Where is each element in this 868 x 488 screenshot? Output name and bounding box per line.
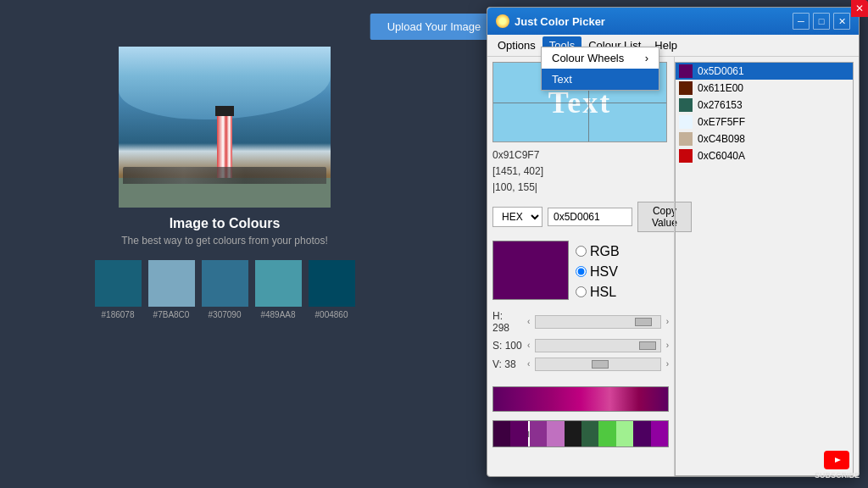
tools-dropdown: Colour Wheels › Text (541, 47, 659, 91)
palette-cell-1[interactable] (493, 421, 510, 446)
h-decrease[interactable]: ‹ (527, 317, 530, 326)
browser-close-button[interactable]: ✕ (851, 0, 868, 17)
palette-cell-5[interactable] (565, 421, 581, 446)
v-track[interactable] (535, 358, 660, 371)
hex-row: HEX Copy Value (492, 202, 669, 232)
main-content: Text 0x91C9F7 [1451, 402] |100, 155| HEX… (487, 57, 859, 476)
photo-image (119, 47, 331, 208)
s-thumb[interactable] (639, 341, 656, 350)
color-swatch-5 (679, 132, 693, 146)
dropdown-text[interactable]: Text (542, 69, 659, 90)
h-track[interactable] (535, 315, 660, 329)
coordinates: [1451, 402] (492, 164, 669, 180)
h-increase[interactable]: › (666, 317, 669, 326)
maximize-button[interactable]: □ (813, 13, 830, 30)
color-swatches: #186078 #7BA8C0 #307090 #489AA8 #004860 (119, 260, 331, 319)
h-thumb[interactable] (635, 318, 652, 326)
radio-rgb[interactable]: RGB (576, 244, 620, 259)
s-slider-row: S: 100 ‹ › (492, 339, 669, 352)
color-swatch-3 (679, 98, 693, 112)
color-info: 0x91C9F7 [1451, 402] |100, 155| (492, 147, 669, 197)
color-list[interactable]: 0x5D0061 0x611E00 0x276153 0xE7F5FF 0xC4… (675, 62, 854, 476)
v-increase[interactable]: › (666, 359, 669, 369)
size-info: |100, 155| (492, 180, 669, 196)
swatch-4[interactable]: #489AA8 (255, 260, 302, 319)
color-preview-box (492, 241, 569, 300)
swatch-5[interactable]: #004860 (309, 260, 355, 319)
swatch-3[interactable]: #307090 (202, 260, 248, 319)
image-title: Image to Colours (119, 216, 331, 231)
svg-marker-0 (835, 458, 841, 463)
s-track[interactable] (535, 339, 660, 352)
v-thumb[interactable] (592, 360, 609, 369)
v-slider-row: V: 38 ‹ › (492, 358, 669, 371)
upload-button[interactable]: Upload Your Image (370, 14, 498, 40)
dropdown-colour-wheels[interactable]: Colour Wheels › (542, 47, 659, 69)
color-list-item-6[interactable]: 0xC6040A (676, 147, 853, 164)
hex-input[interactable] (548, 208, 632, 226)
palette-cell-4[interactable] (547, 421, 564, 446)
right-panel: 0x5D0061 0x611E00 0x276153 0xE7F5FF 0xC4… (674, 57, 859, 476)
menu-options[interactable]: Options (491, 36, 542, 54)
palette-row: | (492, 420, 669, 447)
format-select[interactable]: HEX (492, 207, 542, 227)
palette-cell-3[interactable] (530, 421, 547, 446)
swatch-2[interactable]: #7BA8C0 (148, 260, 195, 319)
titlebar-left: Just Color Picker (496, 14, 605, 28)
titlebar-controls: ─ □ ✕ (793, 13, 850, 30)
radio-hsv[interactable]: HSV (576, 264, 620, 280)
s-increase[interactable]: › (666, 341, 669, 350)
color-swatch-1 (679, 64, 693, 78)
color-swatch-4 (679, 115, 693, 129)
palette-cell-7[interactable] (598, 421, 615, 446)
color-list-item-4[interactable]: 0xE7F5FF (676, 114, 853, 130)
subscribe-icon[interactable] (824, 451, 849, 469)
color-list-item-5[interactable]: 0xC4B098 (676, 130, 853, 147)
window-titlebar: Just Color Picker ─ □ ✕ (487, 8, 859, 35)
radio-group: RGB HSV HSL (576, 244, 620, 300)
preview-radio-row: RGB HSV HSL (492, 241, 669, 300)
v-decrease[interactable]: ‹ (527, 359, 530, 369)
palette-cell-2[interactable] (510, 421, 527, 446)
radio-hsl[interactable]: HSL (576, 285, 620, 300)
image-subtitle: The best way to get colours from your ph… (119, 235, 331, 247)
color-list-item-1[interactable]: 0x5D0061 (676, 63, 853, 80)
palette-cell-10[interactable] (651, 421, 668, 446)
color-list-item-3[interactable]: 0x276153 (676, 97, 853, 114)
chevron-right-icon: › (645, 52, 648, 64)
palette-cell-8[interactable] (616, 421, 633, 446)
s-decrease[interactable]: ‹ (527, 341, 530, 350)
h-label: H: 298 (492, 310, 522, 334)
h-slider-row: H: 298 ‹ › (492, 310, 669, 334)
left-panel: Text 0x91C9F7 [1451, 402] |100, 155| HEX… (487, 57, 674, 476)
subscribe-section: SUBSCRIBE (815, 451, 860, 480)
palette-cell-6[interactable] (581, 421, 598, 446)
gradient-bar (492, 386, 669, 412)
close-button[interactable]: ✕ (833, 13, 850, 30)
color-swatch-2 (679, 81, 693, 95)
image-section: Image to Colours The best way to get col… (119, 47, 331, 319)
color-swatch-6 (679, 149, 693, 163)
window-title: Just Color Picker (515, 15, 605, 28)
hsv-sliders: H: 298 ‹ › S: 100 ‹ › V: 38 (492, 310, 669, 376)
minimize-button[interactable]: ─ (793, 13, 810, 30)
swatch-1[interactable]: #186078 (95, 260, 142, 319)
crosshair-horizontal (493, 103, 666, 103)
v-label: V: 38 (492, 358, 522, 370)
hex-display: 0x91C9F7 (492, 147, 669, 164)
app-icon (496, 14, 509, 28)
subscribe-label[interactable]: SUBSCRIBE (815, 471, 860, 480)
s-label: S: 100 (492, 340, 522, 352)
color-list-item-2[interactable]: 0x611E00 (676, 80, 853, 97)
palette-cell-9[interactable] (633, 421, 650, 446)
